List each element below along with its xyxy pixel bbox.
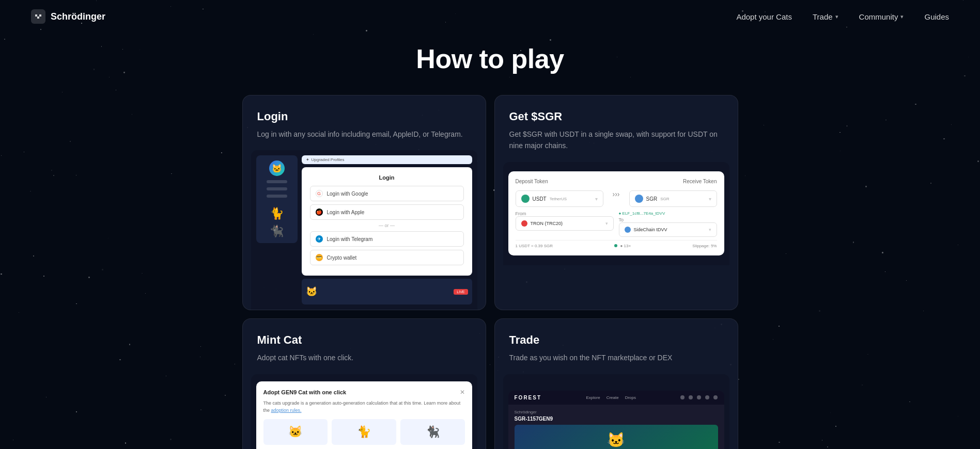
nav-links: Adopt your Cats Trade ▾ Community ▾ Guid… <box>736 12 949 21</box>
to-label: To <box>619 217 717 222</box>
trade-icon-5 <box>713 395 718 399</box>
community-chevron-icon: ▾ <box>900 13 904 20</box>
mockup-main: ✦Upgraded Profiles Login G Login with Go… <box>302 155 472 304</box>
card-login-content: Login Log in with any social info includ… <box>243 95 486 140</box>
sgr-select[interactable]: SGR SGR ▾ <box>629 190 717 207</box>
to-address: ● ELF_1cf8...7E4a_tDVV <box>619 211 717 216</box>
card-sgr-title: Get $SGR <box>509 110 723 123</box>
mint-cat-3: 🐈‍⬛ <box>400 419 465 445</box>
usdt-select[interactable]: USDT TetherUS ▾ <box>516 190 603 207</box>
receive-label: Receive Token <box>683 179 717 184</box>
swap-footer: 1 USDT = 0.39 SGR ● 13× Slippage: 5% <box>516 240 717 248</box>
swap-tx-count: ● 13× <box>614 244 631 248</box>
trade-mockup: FOREST Explore Create Drops <box>508 391 724 449</box>
login-mockup: 🐱 🐈 🐈‍⬛ ✦Upgraded Profiles Login <box>251 150 477 310</box>
page-title: How to play <box>242 43 738 74</box>
card-trade-image: FOREST Explore Create Drops <box>503 374 729 449</box>
from-chain-select[interactable]: TRON (TRC20) ▾ <box>516 216 614 231</box>
logo-text: Schrödinger <box>51 11 105 22</box>
to-chain-select[interactable]: SideChain tDVV ▾ <box>619 222 717 237</box>
trade-chevron-icon: ▾ <box>835 13 838 20</box>
card-mint-image: Adopt GEN9 Cat with one click ✕ The cats… <box>251 374 477 449</box>
to-col: ● ELF_1cf8...7E4a_tDVV To SideChain tDVV… <box>619 211 717 237</box>
trade-nft-card: Schrödinger SGR-1157GEN9 🐱 <box>508 405 724 449</box>
side-panel-mock: 🐱 LIVE <box>302 279 472 304</box>
from-chain-chevron-icon: ▾ <box>605 221 608 226</box>
side-cat-icon: 🐱 <box>306 286 317 297</box>
trade-icons <box>680 395 718 399</box>
trade-icon-2 <box>689 395 693 399</box>
mint-title-text: Adopt GEN9 Cat with one click <box>263 389 347 395</box>
swap-mockup: Deposit Token Receive Token USDT TetherU… <box>508 171 724 255</box>
to-chain-label: SideChain tDVV <box>634 227 667 232</box>
logo-icon <box>31 9 45 24</box>
mint-desc-text: The cats upgrade is a generation auto-ge… <box>263 400 465 414</box>
mint-cat-1: 🐱 <box>263 419 328 445</box>
from-label: From <box>516 211 614 216</box>
login-btn-google[interactable]: G Login with Google <box>310 186 464 201</box>
cat-illustration-2: 🐈‍⬛ <box>270 224 284 238</box>
trade-header-bar: FOREST Explore Create Drops <box>508 391 724 405</box>
trade-logo-text: FOREST <box>515 395 542 400</box>
mint-cat-grid: 🐱 🐈 🐈‍⬛ <box>263 419 465 445</box>
trade-nav-create[interactable]: Create <box>606 395 619 400</box>
mint-close-icon[interactable]: ✕ <box>460 389 465 396</box>
sidebar-item-2 <box>267 187 287 190</box>
from-chain-label: TRON (TRC20) <box>531 221 563 226</box>
cards-grid: Login Log in with any social info includ… <box>242 95 738 449</box>
card-login-desc: Log in with any social info including em… <box>257 129 471 140</box>
tron-icon <box>521 220 527 227</box>
card-sgr-content: Get $SGR Get $SGR with USDT in a single … <box>495 95 738 152</box>
sgr-label: SGR <box>646 196 658 202</box>
mint-link[interactable]: adoption rules. <box>271 408 302 413</box>
from-col: From TRON (TRC20) ▾ <box>516 211 614 237</box>
card-mint: Mint Cat Adopt cat NFTs with one click. … <box>242 318 486 449</box>
card-mint-title: Mint Cat <box>257 333 471 347</box>
swap-header: Deposit Token Receive Token <box>516 179 717 184</box>
trade-icon-1 <box>680 395 685 399</box>
login-btn-apple[interactable]: 🍎 Login with Apple <box>310 204 464 220</box>
login-btn-wallet[interactable]: 💳 Crypto wallet <box>310 250 464 265</box>
trade-icon-3 <box>697 395 701 399</box>
trade-nav-explore[interactable]: Explore <box>586 395 600 400</box>
cat-illustration-1: 🐈 <box>270 207 284 220</box>
nav-link-trade[interactable]: Trade ▾ <box>813 12 838 21</box>
sgr-chevron-icon: ▾ <box>709 196 711 202</box>
upgraded-profiles-bar: ✦Upgraded Profiles <box>302 155 472 164</box>
sidechain-icon <box>625 227 631 233</box>
card-mint-content: Mint Cat Adopt cat NFTs with one click. <box>243 319 486 363</box>
wallet-icon: 💳 <box>316 254 323 261</box>
mint-mockup: Adopt GEN9 Cat with one click ✕ The cats… <box>256 381 472 449</box>
usdt-chevron-icon: ▾ <box>595 196 598 202</box>
card-sgr-desc: Get $SGR with USDT in a single swap, wit… <box>509 129 723 152</box>
card-trade-desc: Trade as you wish on the NFT marketplace… <box>509 352 723 363</box>
nft-brand: Schrödinger <box>515 410 718 414</box>
sidebar-logo: 🐱 <box>269 161 285 176</box>
from-to-row: From TRON (TRC20) ▾ ● ELF_1cf8...7E4a_tD… <box>516 211 717 237</box>
login-btn-telegram[interactable]: ✈ Login with Telegram <box>310 231 464 247</box>
live-badge: LIVE <box>454 289 468 295</box>
card-login-image: 🐱 🐈 🐈‍⬛ ✦Upgraded Profiles Login <box>251 150 477 310</box>
nft-cat-emoji: 🐱 <box>607 431 625 448</box>
sgr-icon <box>635 195 643 203</box>
to-chain-chevron-icon: ▾ <box>709 227 711 232</box>
nav-link-adopt[interactable]: Adopt your Cats <box>736 12 792 21</box>
usdt-sub: TetherUS <box>550 197 567 201</box>
card-trade: Trade Trade as you wish on the NFT marke… <box>494 318 738 449</box>
trade-nav-items: Explore Create Drops <box>586 395 636 400</box>
nav-link-guides[interactable]: Guides <box>924 12 949 21</box>
sidebar-item-1 <box>267 180 287 183</box>
card-login-title: Login <box>257 110 471 123</box>
nav-link-community[interactable]: Community ▾ <box>859 12 904 21</box>
token-row: USDT TetherUS ▾ ››› SGR SGR ▾ <box>516 190 717 207</box>
card-sgr-image: Deposit Token Receive Token USDT TetherU… <box>503 162 729 265</box>
mint-cat-2: 🐈 <box>332 419 396 445</box>
sidebar-item-3 <box>267 195 287 198</box>
tx-dot <box>614 244 617 247</box>
mockup-sidebar: 🐱 🐈 🐈‍⬛ <box>256 155 298 243</box>
trade-nav-drops[interactable]: Drops <box>625 395 636 400</box>
nav-logo[interactable]: Schrödinger <box>31 9 105 24</box>
sgr-sub: SGR <box>660 197 669 201</box>
navbar: Schrödinger Adopt your Cats Trade ▾ Comm… <box>0 0 980 33</box>
card-login: Login Log in with any social info includ… <box>242 95 486 310</box>
